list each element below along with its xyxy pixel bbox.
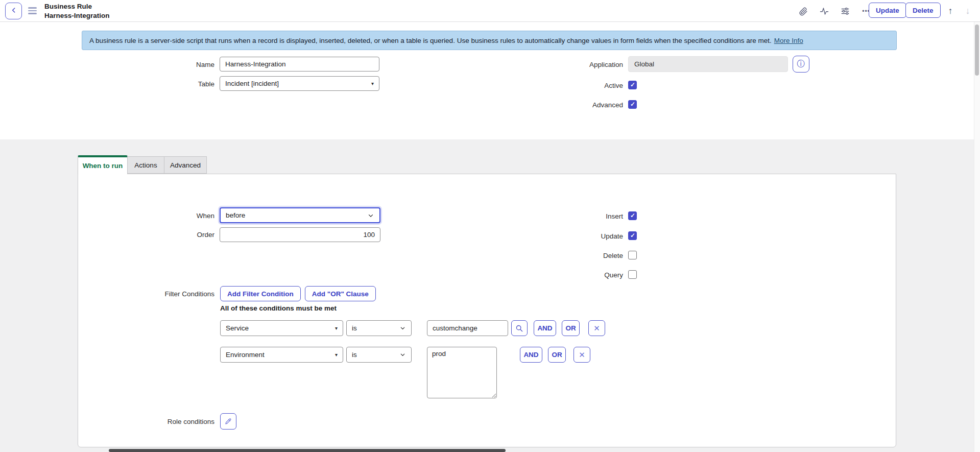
back-button[interactable] — [5, 3, 22, 19]
active-label: Active — [500, 82, 623, 89]
delete-label: Delete — [500, 252, 623, 259]
condition-2-or-button[interactable]: OR — [548, 347, 566, 363]
add-or-clause-button[interactable]: Add "OR" Clause — [305, 286, 376, 301]
application-value: Global — [634, 60, 654, 68]
business-rule-info-banner: A business rule is a server-side script … — [82, 31, 897, 50]
chevron-down-icon — [399, 325, 406, 331]
application-field: Global — [628, 56, 788, 72]
when-label: When — [92, 212, 214, 220]
condition-row-2: Environment ▾ is AND OR ✕ — [0, 347, 980, 403]
condition-2-and-button[interactable]: AND — [520, 347, 542, 363]
horizontal-scrollbar-thumb[interactable] — [109, 449, 506, 452]
add-filter-condition-button[interactable]: Add Filter Condition — [220, 286, 301, 301]
paperclip-icon[interactable] — [798, 6, 808, 16]
chevron-left-icon — [10, 6, 18, 16]
condition-2-operator-select[interactable]: is — [346, 347, 412, 363]
update-checkbox[interactable] — [628, 231, 637, 240]
table-label: Table — [92, 80, 214, 88]
name-input[interactable] — [220, 57, 379, 72]
pencil-icon — [224, 417, 232, 425]
condition-1-and-button[interactable]: AND — [534, 320, 556, 336]
chevron-down-icon — [367, 212, 374, 219]
tab-when-to-run[interactable]: When to run — [78, 155, 128, 174]
tab-actions-label: Actions — [134, 161, 157, 169]
caret-down-icon: ▾ — [335, 352, 338, 358]
insert-checkbox[interactable] — [628, 211, 637, 220]
previous-record-arrow-icon[interactable]: ↑ — [944, 4, 957, 17]
condition-2-operator-value: is — [352, 351, 357, 359]
name-label: Name — [92, 61, 214, 68]
condition-1-delete-button[interactable]: ✕ — [588, 320, 605, 336]
record-type-title: Business Rule — [44, 2, 110, 11]
info-banner-text: A business rule is a server-side script … — [89, 37, 772, 44]
caret-down-icon: ▾ — [371, 81, 374, 86]
more-info-link[interactable]: More Info — [774, 37, 803, 44]
activity-pulse-icon[interactable] — [819, 6, 829, 16]
condition-1-field-select[interactable]: Service ▾ — [220, 320, 343, 336]
vertical-scrollbar-thumb[interactable] — [975, 25, 979, 76]
condition-1-search-button[interactable] — [511, 320, 528, 336]
update-label: Update — [500, 232, 623, 240]
business-rule-form-page: Business Rule Harness-Integration ••• Up… — [0, 0, 980, 452]
role-conditions-label: Role conditions — [92, 418, 214, 425]
header-toolbar: ••• — [798, 0, 871, 22]
insert-label: Insert — [500, 212, 623, 220]
advanced-label: Advanced — [500, 101, 623, 109]
condition-1-operator-value: is — [352, 324, 357, 332]
update-button[interactable]: Update — [869, 3, 906, 18]
condition-1-operator-select[interactable]: is — [346, 320, 412, 336]
tab-advanced[interactable]: Advanced — [164, 156, 207, 174]
role-conditions-edit-button[interactable] — [220, 413, 236, 430]
form-context-menu-icon[interactable] — [28, 7, 37, 14]
when-select[interactable]: before — [220, 207, 380, 223]
form-header: Business Rule Harness-Integration ••• Up… — [0, 0, 980, 22]
conditions-met-text: All of these conditions must be met — [220, 304, 337, 312]
condition-row-1: Service ▾ is AND OR ✕ — [0, 320, 980, 336]
tab-advanced-label: Advanced — [170, 161, 201, 169]
delete-button[interactable]: Delete — [905, 3, 941, 18]
when-select-value: before — [226, 211, 245, 219]
condition-1-or-button[interactable]: OR — [562, 320, 580, 336]
personalize-sliders-icon[interactable] — [840, 6, 850, 16]
tab-when-to-run-label: When to run — [83, 162, 123, 170]
filter-conditions-label: Filter Conditions — [92, 290, 214, 298]
query-checkbox[interactable] — [628, 270, 637, 279]
table-select[interactable]: Incident [incident] ▾ — [220, 76, 379, 91]
application-label: Application — [500, 61, 623, 68]
condition-2-delete-button[interactable]: ✕ — [573, 347, 590, 363]
query-label: Query — [500, 271, 623, 279]
next-record-arrow-icon[interactable]: ↓ — [962, 4, 974, 17]
condition-1-value-input[interactable] — [427, 320, 508, 336]
info-icon: ⓘ — [797, 59, 805, 69]
chevron-down-icon — [399, 351, 406, 358]
delete-checkbox[interactable] — [628, 251, 637, 259]
active-checkbox[interactable] — [628, 81, 637, 89]
order-input[interactable] — [220, 227, 380, 242]
condition-2-field-select[interactable]: Environment ▾ — [220, 347, 343, 363]
tab-actions[interactable]: Actions — [127, 156, 164, 174]
condition-2-value-textarea[interactable] — [427, 347, 497, 398]
caret-down-icon: ▾ — [335, 325, 338, 331]
table-select-value: Incident [incident] — [225, 80, 279, 87]
page-title: Business Rule Harness-Integration — [44, 2, 110, 20]
condition-1-field-value: Service — [226, 324, 249, 332]
condition-2-field-value: Environment — [226, 351, 265, 359]
filter-buttons: Add Filter Condition Add "OR" Clause — [220, 286, 376, 301]
application-info-button[interactable]: ⓘ — [793, 56, 809, 73]
record-name-title: Harness-Integration — [44, 11, 110, 20]
search-icon — [515, 324, 523, 332]
order-label: Order — [92, 231, 214, 239]
advanced-checkbox[interactable] — [628, 100, 637, 109]
